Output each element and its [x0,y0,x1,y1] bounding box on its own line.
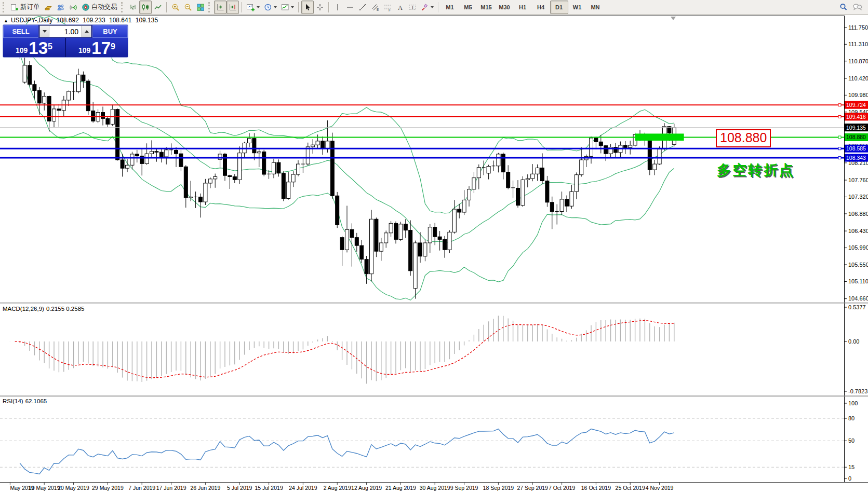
candle-bearish [282,173,285,199]
candle-bearish [623,145,627,147]
candle-bullish [204,183,207,202]
volume-increase-button[interactable] [82,25,91,37]
price-zone-annotation[interactable]: 108.880 [716,129,771,147]
date-axis-tick: 15 Jul 2019 [255,485,283,491]
price-axis-tick: 111.310 [848,41,868,47]
macd-name: MACD(12,26,9) [3,306,44,312]
candle-bullish [521,180,525,205]
date-axis-tick: 4 Nov 2019 [646,485,674,491]
candle-bearish [501,154,505,172]
candle-bearish [404,224,407,230]
volume-input[interactable]: 1.00 [49,25,82,37]
price-axis-tick: 105.110 [848,278,868,284]
candle-bearish [228,175,232,176]
volume-decrease-button[interactable] [39,25,49,37]
price-tag-label: 108.880 [846,134,866,140]
candle-bullish [448,232,451,250]
candle-bearish [550,202,554,212]
macd-values: 0.2155 0.2585 [46,306,85,312]
indicator-line [15,320,674,378]
candle-bullish [487,167,490,173]
price-tag-label: 108.343 [846,155,866,161]
buy-price-display[interactable]: 109179 [66,38,128,57]
macd-indicator-label: MACD(12,26,9)0.2155 0.2585 [3,306,86,312]
buy-button[interactable]: BUY [92,25,128,38]
candle-bullish [389,223,393,232]
candle-bearish [565,199,569,206]
candle-bearish [199,197,203,202]
candle-bearish [57,109,61,111]
price-axis-tick: 105.550 [848,262,868,268]
candle-bullish [526,179,529,180]
candle-bearish [340,238,344,250]
price-axis-tick: 107.760 [848,177,868,183]
candle-bullish [52,109,56,121]
rsi-axis-tick: 0 [848,475,851,482]
sell-price-prefix: 109 [16,45,28,56]
quote-open: 108.692 [57,17,79,24]
price-axis-tick: 110.870 [848,58,868,64]
candle-bearish [277,162,281,173]
candle-bearish [443,239,447,250]
candle-bearish [101,113,105,119]
highlight-zone[interactable] [635,133,684,141]
candle-bearish [648,138,651,170]
candle-bullish [272,162,276,174]
price-tag-label: 109.135 [846,125,866,131]
candle-bullish [428,227,432,243]
quote-close: 109.135 [136,17,158,24]
chart-shift-marker-icon[interactable] [671,17,676,23]
candle-bullish [43,97,46,103]
volume-stepper: 1.00 [38,25,92,38]
rsi-axis-tick: 15 [848,464,854,470]
price-axis-tick: 109.980 [848,92,868,98]
price-tag-label: 109.724 [846,102,866,108]
candle-bearish [419,243,422,256]
date-axis-tick: 27 Sep 2019 [517,485,548,491]
rsi-indicator-label: RSI(14)62.1065 [3,398,49,404]
candle-bearish [91,111,95,121]
date-axis-tick: 24 Jul 2019 [289,485,317,491]
line-handle [838,147,841,150]
candle-bullish [531,174,535,179]
collapse-panel-icon[interactable]: ▲ [4,18,8,23]
sell-price-display[interactable]: 109135 [3,38,65,57]
date-axis-tick: 5 Jul 2019 [227,485,252,491]
price-axis-tick: 111.750 [848,24,868,31]
quote-low: 108.641 [109,17,131,24]
turning-point-annotation[interactable]: 多空转折点 [717,161,795,180]
candle-bullish [658,149,661,164]
candle-bullish [316,141,319,145]
candle-bullish [77,75,81,91]
candle-bearish [47,97,51,121]
sell-button[interactable]: SELL [3,25,38,38]
date-axis-tick: 25 Oct 2019 [616,485,645,491]
candle-bullish [257,152,261,153]
candle-bullish [297,164,300,174]
candle-bearish [375,219,378,251]
candle-bearish [233,176,236,180]
candle-bullish [399,224,403,239]
macd-axis-tick: 0.00 [848,338,859,345]
price-tag-label: 109.416 [846,114,866,120]
candle-bullish [208,179,212,183]
candle-bullish [23,65,26,82]
candle-bullish [536,168,539,174]
candle-bullish [570,191,573,206]
candle-bearish [545,181,549,202]
date-axis-tick: 30 Aug 2019 [420,485,450,491]
candle-bullish [590,138,593,156]
candle-bearish [159,152,163,157]
chart-canvas[interactable]: 111.750111.310110.870110.420109.980109.5… [0,0,868,493]
candle-bearish [360,245,364,259]
candle-bullish [423,243,427,256]
candle-bearish [336,196,339,225]
buy-price-prefix: 109 [78,45,90,56]
candle-bullish [218,154,222,159]
quote-line: ▲USDJPY-,Daily 108.692 109.233 108.641 1… [4,17,160,24]
price-axis-tick: 105.990 [848,244,868,251]
date-axis-tick: 18 Sep 2019 [483,485,514,491]
date-axis-tick: 26 Jun 2019 [190,485,220,491]
candle-bearish [155,152,158,152]
candle-bearish [86,81,90,111]
